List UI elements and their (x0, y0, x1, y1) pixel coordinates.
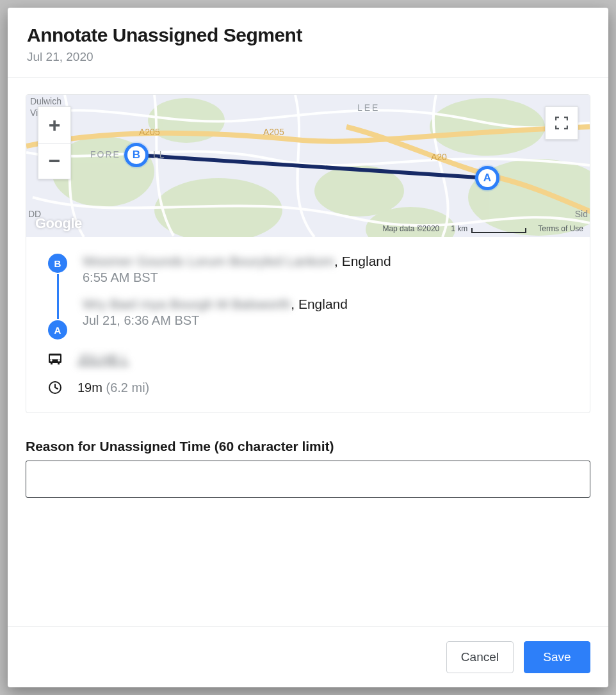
dialog-header: Annotate Unassigned Segment Jul 21, 2020 (8, 8, 608, 78)
segment-card: Dulwich Vi FORE LL A205 A205 LEE A20 DD … (26, 94, 590, 413)
map-marker-b[interactable]: B (124, 143, 149, 167)
cancel-button[interactable]: Cancel (446, 641, 514, 673)
map-terms-link[interactable]: Terms of Use (538, 224, 583, 233)
save-button[interactable]: Save (524, 641, 590, 673)
stop-list: B A Woomer Gounds Lorum Bouryled Lankom,… (47, 254, 569, 339)
fullscreen-icon (555, 117, 568, 129)
map-provider-logo: Google (35, 215, 82, 232)
map-area[interactable]: Dulwich Vi FORE LL A205 A205 LEE A20 DD … (26, 95, 590, 237)
map-marker-a[interactable]: A (475, 166, 499, 190)
stop-dot-b: B (48, 254, 67, 273)
segment-meta: JDLHB L 19m (6.2 mi) (47, 351, 569, 396)
dialog-title: Annotate Unassigned Segment (27, 24, 589, 46)
dialog-footer: Cancel Save (8, 626, 608, 687)
stop-b-timestamp: 6:55 AM BST (83, 270, 569, 285)
stop-a-address-redacted: Wry Bael mya Bourgh M Balsworth (83, 297, 291, 312)
stop-a-text: Wry Bael mya Bourgh M Balsworth, England… (83, 297, 569, 339)
map-zoom-control: + − (38, 106, 71, 179)
stop-a-timestamp: Jul 21, 6:36 AM BST (83, 313, 569, 328)
duration-value: 19m (6.2 mi) (77, 380, 149, 395)
stop-connector (57, 274, 59, 319)
duration-text: 19m (77, 380, 102, 395)
stop-a-address-suffix: , England (291, 297, 348, 311)
bus-icon (47, 351, 63, 368)
map-zoom-out-button[interactable]: − (38, 143, 70, 179)
map-attribution-text: Map data ©2020 (382, 224, 439, 233)
dialog-body: Dulwich Vi FORE LL A205 A205 LEE A20 DD … (8, 78, 608, 626)
stop-b-text: Woomer Gounds Lorum Bouryled Lankom, Eng… (83, 254, 569, 297)
map-zoom-in-button[interactable]: + (38, 107, 70, 143)
distance-text: (6.2 mi) (106, 380, 149, 395)
map-scale-label: 1 km (451, 224, 467, 233)
duration-row: 19m (6.2 mi) (47, 379, 569, 396)
map-scale-bar (471, 228, 526, 233)
vehicle-id-redacted[interactable]: JDLHB L (77, 352, 129, 367)
stop-b-address-redacted: Woomer Gounds Lorum Bouryled Lankom (83, 254, 334, 269)
reason-input[interactable] (26, 461, 590, 498)
stop-markers-column: B A (47, 254, 69, 339)
map-scale: 1 km (451, 224, 526, 233)
stop-dot-a: A (48, 320, 67, 339)
vehicle-row: JDLHB L (47, 351, 569, 368)
segment-details: B A Woomer Gounds Lorum Bouryled Lankom,… (26, 237, 590, 413)
clock-icon (47, 379, 63, 396)
map-roads (26, 95, 590, 237)
stop-b-address: Woomer Gounds Lorum Bouryled Lankom, Eng… (83, 254, 569, 269)
stop-b-address-suffix: , England (334, 254, 391, 268)
dialog-subtitle: Jul 21, 2020 (27, 50, 589, 64)
reason-label: Reason for Unassigned Time (60 character… (26, 439, 590, 454)
map-attribution: Map data ©2020 1 km Terms of Use (382, 224, 583, 233)
stop-a-address: Wry Bael mya Bourgh M Balsworth, England (83, 297, 569, 312)
annotate-dialog: Annotate Unassigned Segment Jul 21, 2020 (8, 8, 608, 687)
map-fullscreen-button[interactable] (545, 106, 578, 140)
